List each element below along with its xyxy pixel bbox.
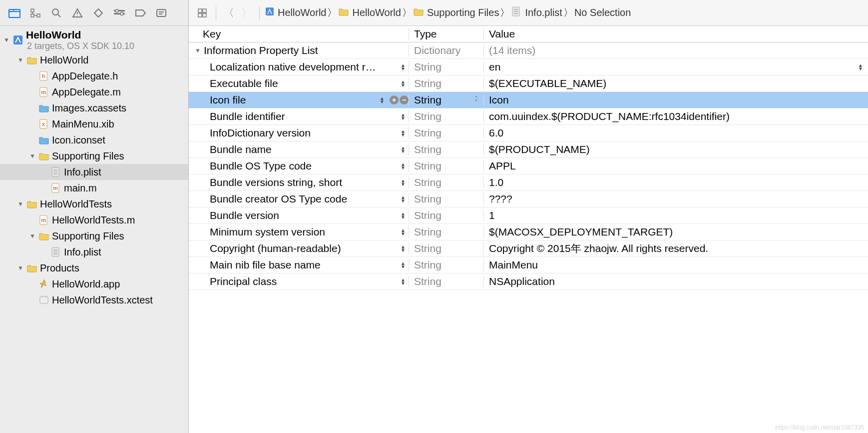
plist-root-row[interactable]: ▼ Information Property List Dictionary (… (189, 42, 868, 59)
project-navigator-icon[interactable] (6, 6, 23, 20)
add-row-button[interactable]: + (390, 96, 399, 104)
plist-row[interactable]: Icon file▲▼+−String˄˅Icon (189, 92, 868, 108)
plist-value[interactable]: 1.0 (483, 176, 868, 188)
type-stepper-icon[interactable]: ˄˅ (472, 96, 479, 104)
breadcrumb-item[interactable]: No Selection (574, 7, 631, 18)
breakpoint-navigator-icon[interactable] (132, 6, 149, 20)
search-navigator-icon[interactable] (48, 6, 65, 20)
plist-row[interactable]: Bundle OS Type code▲▼StringAPPL (189, 158, 868, 174)
plist-row[interactable]: Executable file▲▼String$(EXECUTABLE_NAME… (189, 76, 868, 92)
debug-navigator-icon[interactable] (111, 6, 128, 20)
key-stepper-icon[interactable]: ▲▼ (400, 228, 407, 236)
plist-value[interactable]: $(MACOSX_DEPLOYMENT_TARGET) (483, 226, 868, 238)
disclosure-triangle-icon[interactable]: ▼ (29, 152, 36, 160)
key-stepper-icon[interactable]: ▲▼ (400, 179, 407, 186)
back-button[interactable]: 〈 (221, 6, 236, 20)
tree-row[interactable]: HelloWorldTests.xctest (0, 292, 188, 308)
tree-row[interactable]: ▼Products (0, 260, 188, 276)
tree-row[interactable]: Icon.iconset (0, 132, 188, 148)
plist-row[interactable]: Bundle creator OS Type code▲▼String???? (189, 191, 868, 208)
plist-value[interactable]: Copyright © 2015年 zhaojw. All rights res… (483, 242, 868, 256)
key-stepper-icon[interactable]: ▲▼ (400, 196, 407, 202)
project-root-row[interactable]: ▼ HelloWorld 2 targets, OS X SDK 10.10 (0, 28, 188, 52)
disclosure-triangle-icon[interactable]: ▼ (195, 47, 201, 54)
tree-row[interactable]: Info.plist (0, 244, 188, 260)
key-stepper-icon[interactable]: ▲▼ (400, 130, 407, 136)
tree-row[interactable]: ▼Supporting Files (0, 228, 188, 244)
plist-value[interactable]: com.uuindex.$(PRODUCT_NAME:rfc1034identi… (483, 110, 868, 122)
header-value[interactable]: Value (483, 28, 868, 40)
plist-value[interactable]: Icon (483, 94, 868, 106)
test-navigator-icon[interactable] (90, 6, 107, 20)
plist-row[interactable]: Bundle identifier▲▼Stringcom.uuindex.$(P… (189, 108, 868, 125)
key-stepper-icon[interactable]: ▲▼ (400, 162, 407, 170)
tree-row[interactable]: Images.xcassets (0, 100, 188, 116)
key-stepper-icon[interactable]: ▲▼ (400, 80, 407, 87)
plist-row[interactable]: Main nib file base name▲▼StringMainMenu (189, 257, 868, 274)
tree-row[interactable]: mmain.m (0, 180, 188, 196)
tree-row[interactable]: Info.plist (0, 164, 188, 180)
plist-value[interactable]: ???? (483, 193, 868, 205)
issue-navigator-icon[interactable] (69, 6, 86, 20)
tree-row-label: main.m (64, 182, 97, 194)
plist-row[interactable]: Bundle version▲▼String1 (189, 208, 868, 224)
plist-row[interactable]: Copyright (human-readable)▲▼StringCopyri… (189, 240, 868, 257)
tree-row[interactable]: ▼Supporting Files (0, 148, 188, 164)
breadcrumb-item[interactable]: Info.plist (511, 6, 562, 20)
tree-row[interactable]: xMainMenu.xib (0, 116, 188, 132)
plist-key: Localization native development r… (210, 61, 400, 73)
disclosure-triangle-icon[interactable]: ▼ (17, 264, 24, 272)
plist-value[interactable]: $(PRODUCT_NAME) (483, 144, 868, 156)
disclosure-triangle-icon[interactable]: ▼ (17, 56, 24, 64)
plist-row[interactable]: InfoDictionary version▲▼String6.0 (189, 125, 868, 142)
project-subtitle: 2 targets, OS X SDK 10.10 (26, 41, 134, 52)
key-stepper-icon[interactable]: ▲▼ (400, 278, 407, 285)
tree-row-label: HelloWorldTests.m (52, 214, 135, 226)
plist-value[interactable]: 1 (483, 210, 868, 222)
tree-row[interactable]: hAppDelegate.h (0, 68, 188, 84)
plist-row[interactable]: Principal class▲▼StringNSApplication (189, 274, 868, 290)
value-stepper-icon[interactable]: ▲▼ (857, 64, 864, 70)
remove-row-button[interactable]: − (400, 96, 409, 104)
tree-row[interactable]: ▼HelloWorldTests (0, 196, 188, 212)
plist-row[interactable]: Bundle versions string, short▲▼String1.0 (189, 174, 868, 191)
disclosure-triangle-icon[interactable]: ▼ (3, 36, 10, 44)
related-items-icon[interactable] (194, 6, 211, 20)
disclosure-triangle-icon[interactable]: ▼ (29, 232, 36, 240)
key-stepper-icon[interactable]: ▲▼ (400, 245, 407, 252)
tree-row[interactable]: mAppDelegate.m (0, 84, 188, 100)
plist-value[interactable]: $(EXECUTABLE_NAME) (483, 78, 868, 90)
plist-value[interactable]: 6.0 (483, 127, 868, 139)
key-stepper-icon[interactable]: ▲▼ (400, 64, 407, 70)
plist-value[interactable]: APPL (483, 160, 868, 172)
symbol-navigator-icon[interactable] (27, 6, 44, 20)
tree-row-label: HelloWorldTests.xctest (52, 294, 153, 306)
forward-button[interactable]: 〉 (239, 6, 254, 20)
plist-row[interactable]: Minimum system version▲▼String$(MACOSX_D… (189, 224, 868, 240)
tree-row[interactable]: HelloWorld.app (0, 276, 188, 292)
tree-row[interactable]: mHelloWorldTests.m (0, 212, 188, 228)
plist-value[interactable]: MainMenu (483, 259, 868, 271)
plist-value[interactable]: NSApplication (483, 276, 868, 288)
plist-type: String (409, 144, 483, 156)
plist-value: (14 items) (483, 44, 868, 56)
breadcrumb-item[interactable]: HelloWorld (265, 6, 326, 19)
key-stepper-icon[interactable]: ▲▼ (379, 96, 386, 104)
key-stepper-icon[interactable]: ▲▼ (400, 212, 407, 219)
plist-row[interactable]: Bundle name▲▼String$(PRODUCT_NAME) (189, 142, 868, 158)
tree-row[interactable]: ▼HelloWorld (0, 52, 188, 68)
svg-text:m: m (41, 217, 45, 223)
plist-value[interactable]: en▲▼ (483, 61, 868, 73)
plist-row[interactable]: Localization native development r…▲▼Stri… (189, 59, 868, 76)
disclosure-triangle-icon[interactable]: ▼ (17, 200, 24, 208)
breadcrumb-item[interactable]: Supporting Files (413, 6, 499, 19)
svg-rect-29 (203, 14, 206, 17)
header-key[interactable]: Key (189, 28, 409, 40)
key-stepper-icon[interactable]: ▲▼ (400, 146, 407, 153)
report-navigator-icon[interactable] (153, 6, 170, 20)
header-type[interactable]: Type (409, 28, 483, 40)
key-stepper-icon[interactable]: ▲▼ (400, 262, 407, 268)
m-icon: m (50, 182, 62, 194)
key-stepper-icon[interactable]: ▲▼ (400, 113, 407, 120)
breadcrumb-item[interactable]: HelloWorld (338, 6, 401, 19)
